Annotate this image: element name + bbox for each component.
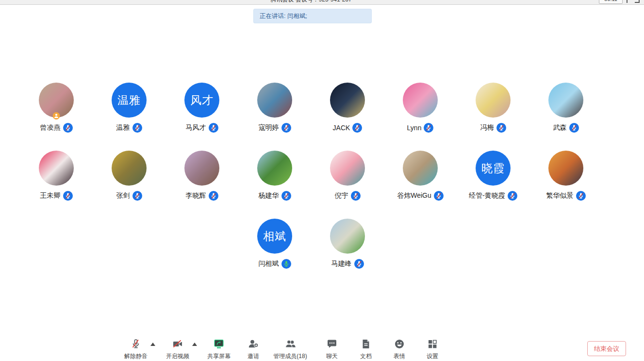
mic-muted-badge-icon[interactable] — [63, 191, 73, 201]
participant-tile[interactable]: 冯梅 — [457, 83, 529, 133]
participant-avatar — [39, 83, 74, 118]
participant-name: Lynn — [407, 124, 422, 132]
mic-muted-badge-icon[interactable] — [209, 191, 218, 201]
toolbar-item-camera-off[interactable]: 开启视频 — [166, 338, 189, 361]
meeting-title: 腾讯会议 会议号：925-941-267 — [270, 0, 351, 4]
toolbar-item-share-screen[interactable]: 共享屏幕 — [207, 338, 231, 361]
toolbar-item-mic-off[interactable]: 解除静音 — [124, 338, 148, 361]
participant-name-row: JACK — [333, 123, 363, 133]
mic-muted-badge-icon[interactable] — [132, 191, 142, 201]
participant-tile[interactable]: 繁华似景 — [529, 151, 602, 201]
participant-tile[interactable]: 王未卿 — [20, 151, 93, 201]
participant-name-row: 谷炜WeiGu — [397, 191, 444, 201]
participant-name-row: 温雅 — [116, 123, 142, 133]
participant-row: 王未卿 张剑 — [20, 151, 602, 201]
mic-muted-badge-icon[interactable] — [496, 123, 506, 133]
camera-off-icon — [171, 338, 184, 350]
participant-tile[interactable]: 相斌 闫相斌 — [238, 219, 311, 269]
participant-name: 张剑 — [116, 191, 130, 200]
participant-name: 经管-黄晓霞 — [469, 191, 505, 200]
toolbar-item-members[interactable]: 管理成员(18) — [273, 338, 307, 361]
participant-name-row: 张剑 — [116, 191, 142, 201]
participant-tile[interactable]: JACK — [311, 83, 384, 133]
mic-muted-badge-icon[interactable] — [132, 123, 142, 133]
members-icon — [284, 338, 297, 350]
mic-muted-badge-icon[interactable] — [63, 123, 73, 133]
participant-name-row: 王未卿 — [40, 191, 73, 201]
toolbar-item-label: 聊天 — [326, 352, 338, 361]
participant-name-row: 杨建华 — [259, 191, 291, 201]
participant-name-row: 倪宇 — [335, 191, 361, 201]
participant-name: 马建峰 — [331, 259, 352, 268]
participant-name-row: 武森 — [553, 123, 579, 133]
toolbar-item-label: 表情 — [394, 352, 405, 361]
participant-name: 马风才 — [186, 123, 206, 132]
toolbar-item-invite[interactable]: 邀请 — [247, 338, 260, 361]
speaking-banner-text: 正在讲话: 闫相斌; — [260, 13, 307, 19]
expand-arrow-icon[interactable] — [192, 343, 197, 346]
mic-muted-badge-icon[interactable] — [351, 191, 361, 201]
participant-tile[interactable]: 寇明婷 — [238, 83, 311, 133]
emoji-icon — [393, 338, 406, 350]
toolbar-item-settings[interactable]: 设置 — [426, 338, 439, 361]
mic-muted-badge-icon[interactable] — [352, 123, 362, 133]
meeting-timer: 59:11 — [599, 0, 623, 4]
participant-tile[interactable]: 曾凌燕 — [20, 83, 93, 133]
mic-muted-badge-icon[interactable] — [569, 123, 579, 133]
participant-tile[interactable]: 晓霞 经管-黄晓霞 — [457, 151, 529, 201]
participant-avatar — [403, 83, 438, 118]
toolbar-item-doc[interactable]: 文档 — [360, 338, 372, 361]
participant-name: 王未卿 — [40, 191, 61, 200]
participant-name: 杨建华 — [259, 191, 279, 200]
participant-avatar-initials: 相斌 — [257, 219, 292, 254]
participant-name-row: 闫相斌 — [259, 259, 291, 269]
participant-avatar — [330, 151, 365, 186]
participant-tile[interactable]: 倪宇 — [311, 151, 384, 201]
mic-active-badge-icon[interactable] — [281, 259, 291, 269]
participant-tile[interactable]: 风才 马风才 — [165, 83, 238, 133]
participant-tile[interactable]: 温雅 温雅 — [93, 83, 165, 133]
end-meeting-button[interactable]: 结束会议 — [587, 341, 626, 356]
toolbar-item-emoji[interactable]: 表情 — [393, 338, 406, 361]
exit-fullscreen-icon[interactable] — [627, 0, 631, 3]
window-controls[interactable] — [627, 0, 640, 3]
participant-tile[interactable]: 杨建华 — [238, 151, 311, 201]
toolbar-item-label: 开启视频 — [166, 352, 189, 361]
participant-tile[interactable]: 武森 — [529, 83, 602, 133]
participant-avatar — [184, 151, 219, 186]
expand-arrow-icon[interactable] — [150, 343, 155, 346]
mic-muted-badge-icon[interactable] — [209, 123, 218, 133]
participant-avatar — [39, 151, 74, 186]
exit-fullscreen-icon[interactable] — [635, 0, 640, 3]
participant-tile[interactable]: Lynn — [384, 83, 457, 133]
participant-avatar — [548, 151, 583, 186]
participant-name-row: 寇明婷 — [259, 123, 291, 133]
participant-tile[interactable]: 谷炜WeiGu — [384, 151, 457, 201]
mic-muted-badge-icon[interactable] — [281, 123, 291, 133]
toolbar-item-chat[interactable]: 聊天 — [326, 338, 338, 361]
participant-row: 相斌 闫相斌 马建峰 — [238, 219, 384, 269]
mic-muted-badge-icon[interactable] — [508, 191, 517, 201]
participant-tile[interactable]: 张剑 — [93, 151, 165, 201]
participant-avatar — [330, 219, 365, 254]
share-screen-icon — [213, 338, 225, 350]
participant-tile[interactable]: 马建峰 — [311, 219, 384, 269]
participant-name: 李晓辉 — [186, 191, 206, 200]
participant-avatar — [112, 151, 147, 186]
participant-avatar — [257, 151, 292, 186]
mic-muted-badge-icon[interactable] — [434, 191, 444, 201]
participant-name-row: Lynn — [407, 123, 434, 133]
mic-muted-badge-icon[interactable] — [281, 191, 291, 201]
host-badge-icon — [53, 112, 60, 120]
participant-avatar — [476, 83, 511, 118]
invite-icon — [247, 338, 260, 350]
participant-name-row: 曾凌燕 — [40, 123, 73, 133]
participant-name-row: 马建峰 — [331, 259, 364, 269]
participant-avatar — [330, 83, 365, 118]
meeting-toolbar: 解除静音开启视频共享屏幕邀请管理成员(18)聊天文档表情设置 — [0, 338, 644, 361]
mic-muted-badge-icon[interactable] — [424, 123, 433, 133]
mic-muted-badge-icon[interactable] — [354, 259, 364, 269]
participant-tile[interactable]: 李晓辉 — [165, 151, 238, 201]
doc-icon — [360, 338, 372, 350]
mic-muted-badge-icon[interactable] — [576, 191, 586, 201]
